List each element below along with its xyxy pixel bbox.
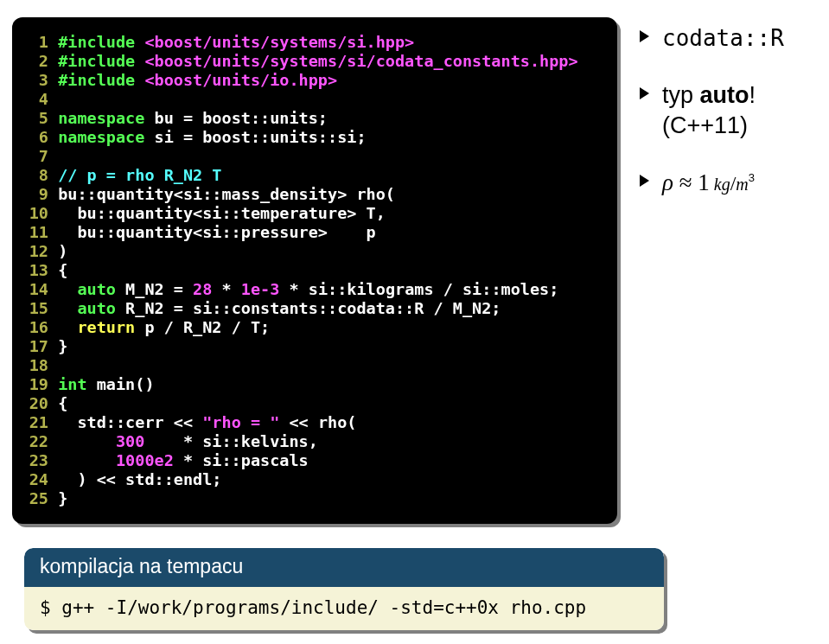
line-number: 12 bbox=[12, 242, 48, 261]
line-number: 16 bbox=[12, 318, 48, 337]
code-content: auto M_N2 = 28 * 1e-3 * si::kilograms / … bbox=[48, 280, 558, 299]
code-line: 8 // p = rho R_N2 T bbox=[12, 166, 609, 185]
code-content: namespace si = boost::units::si; bbox=[48, 128, 367, 147]
code-content: ) bbox=[48, 242, 67, 261]
code-content: } bbox=[48, 337, 67, 356]
code-block: 1 #include <boost/units/systems/si.hpp>2… bbox=[12, 17, 617, 524]
code-content: } bbox=[48, 489, 67, 508]
code-content: #include <boost/units/systems/si.hpp> bbox=[48, 33, 414, 52]
code-line: 23 1000e2 * si::pascals bbox=[12, 451, 609, 470]
code-line: 7 bbox=[12, 147, 609, 166]
side-text-excl: ! bbox=[749, 82, 756, 108]
code-content: int main() bbox=[48, 375, 155, 394]
code-content: namespace bu = boost::units; bbox=[48, 109, 328, 128]
code-line: 14 auto M_N2 = 28 * 1e-3 * si::kilograms… bbox=[12, 280, 609, 299]
line-number: 7 bbox=[12, 147, 48, 166]
code-content: 300 * si::kelvins, bbox=[48, 432, 318, 451]
line-number: 22 bbox=[12, 432, 48, 451]
side-text-codata: codata::R bbox=[662, 25, 784, 51]
code-line: 18 bbox=[12, 356, 609, 375]
side-kg: kg bbox=[710, 175, 730, 194]
side-text-auto: auto bbox=[700, 82, 749, 108]
code-line: 19 int main() bbox=[12, 375, 609, 394]
code-line: 24 ) << std::endl; bbox=[12, 470, 609, 489]
code-content: { bbox=[48, 261, 67, 280]
code-line: 13 { bbox=[12, 261, 609, 280]
line-number: 20 bbox=[12, 394, 48, 413]
line-number: 24 bbox=[12, 470, 48, 489]
side-cube: 3 bbox=[749, 171, 755, 184]
bullet-rho: ρ ≈ 1 kg/m3 bbox=[640, 169, 821, 196]
triangle-icon bbox=[640, 87, 649, 99]
compile-title: kompilacja na tempacu bbox=[24, 548, 664, 587]
code-line: 5 namespace bu = boost::units; bbox=[12, 109, 609, 128]
code-content: { bbox=[48, 394, 67, 413]
line-number: 8 bbox=[12, 166, 48, 185]
code-line: 9 bu::quantity<si::mass_density> rho( bbox=[12, 185, 609, 204]
line-number: 6 bbox=[12, 128, 48, 147]
line-number: 5 bbox=[12, 109, 48, 128]
code-line: 16 return p / R_N2 / T; bbox=[12, 318, 609, 337]
side-approx: ≈ bbox=[673, 169, 698, 195]
line-number: 21 bbox=[12, 413, 48, 432]
line-number: 23 bbox=[12, 451, 48, 470]
line-number: 14 bbox=[12, 280, 48, 299]
code-line: 20 { bbox=[12, 394, 609, 413]
bullet-auto: typ auto! (C++11) bbox=[640, 81, 821, 139]
compile-box: kompilacja na tempacu $ g++ -I/work/prog… bbox=[24, 548, 664, 630]
line-number: 18 bbox=[12, 356, 48, 375]
code-line: 25 } bbox=[12, 489, 609, 508]
line-number: 1 bbox=[12, 33, 48, 52]
code-content: std::cerr << "rho = " << rho( bbox=[48, 413, 356, 432]
code-line: 1 #include <boost/units/systems/si.hpp> bbox=[12, 33, 609, 52]
code-line: 6 namespace si = boost::units::si; bbox=[12, 128, 609, 147]
triangle-icon bbox=[640, 30, 649, 42]
code-content: #include <boost/units/io.hpp> bbox=[48, 71, 337, 90]
code-content: // p = rho R_N2 T bbox=[48, 166, 222, 185]
code-line: 22 300 * si::kelvins, bbox=[12, 432, 609, 451]
line-number: 2 bbox=[12, 52, 48, 71]
code-line: 12 ) bbox=[12, 242, 609, 261]
code-content: #include <boost/units/systems/si/codata_… bbox=[48, 52, 578, 71]
line-number: 25 bbox=[12, 489, 48, 508]
code-line: 10 bu::quantity<si::temperature> T, bbox=[12, 204, 609, 223]
code-line: 17 } bbox=[12, 337, 609, 356]
line-number: 3 bbox=[12, 71, 48, 90]
line-number: 9 bbox=[12, 185, 48, 204]
line-number: 11 bbox=[12, 223, 48, 242]
line-number: 15 bbox=[12, 299, 48, 318]
code-line: 11 bu::quantity<si::pressure> p bbox=[12, 223, 609, 242]
side-m: m bbox=[736, 175, 748, 194]
code-line: 4 bbox=[12, 90, 609, 109]
line-number: 10 bbox=[12, 204, 48, 223]
side-rho-symbol: ρ bbox=[662, 169, 673, 195]
code-line: 2 #include <boost/units/systems/si/codat… bbox=[12, 52, 609, 71]
code-content: bu::quantity<si::temperature> T, bbox=[48, 204, 386, 223]
compile-command: $ g++ -I/work/programs/include/ -std=c++… bbox=[24, 587, 664, 630]
side-text-cpp11: (C++11) bbox=[662, 112, 821, 139]
code-content: auto R_N2 = si::constants::codata::R / M… bbox=[48, 299, 501, 318]
bullet-codata: codata::R bbox=[640, 24, 821, 52]
side-notes: codata::R typ auto! (C++11) ρ ≈ 1 kg/m3 bbox=[640, 24, 821, 226]
line-number: 4 bbox=[12, 90, 48, 109]
side-one: 1 bbox=[698, 169, 710, 195]
code-line: 3 #include <boost/units/io.hpp> bbox=[12, 71, 609, 90]
side-text-typ: typ bbox=[662, 82, 700, 108]
code-line: 15 auto R_N2 = si::constants::codata::R … bbox=[12, 299, 609, 318]
line-number: 19 bbox=[12, 375, 48, 394]
code-line: 21 std::cerr << "rho = " << rho( bbox=[12, 413, 609, 432]
line-number: 13 bbox=[12, 261, 48, 280]
code-content: 1000e2 * si::pascals bbox=[48, 451, 309, 470]
triangle-icon bbox=[640, 175, 649, 187]
code-content: bu::quantity<si::pressure> p bbox=[48, 223, 376, 242]
code-content: ) << std::endl; bbox=[48, 470, 221, 489]
code-content: bu::quantity<si::mass_density> rho( bbox=[48, 185, 395, 204]
line-number: 17 bbox=[12, 337, 48, 356]
code-content: return p / R_N2 / T; bbox=[48, 318, 270, 337]
